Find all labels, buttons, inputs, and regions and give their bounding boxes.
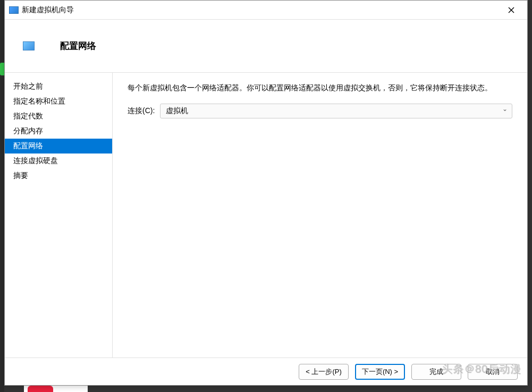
- sidebar-step-1[interactable]: 指定名称和位置: [5, 94, 112, 109]
- connection-row: 连接(C): 虚拟机: [128, 104, 512, 118]
- sidebar-step-2[interactable]: 指定代数: [5, 109, 112, 124]
- cancel-button[interactable]: 取消: [468, 364, 518, 380]
- previous-button[interactable]: < 上一步(P): [299, 364, 349, 380]
- background-red-logo: [28, 386, 53, 392]
- sidebar-step-0[interactable]: 开始之前: [5, 79, 112, 94]
- wizard-footer: < 上一步(P) 下一页(N) > 完成 取消: [5, 357, 527, 385]
- page-title: 配置网络: [60, 40, 96, 52]
- hyperv-icon: [9, 6, 19, 14]
- titlebar: 新建虚拟机向导: [5, 1, 527, 20]
- background-left-strip: [0, 0, 4, 392]
- sidebar-step-4[interactable]: 配置网络: [5, 139, 112, 154]
- close-icon: [508, 7, 514, 13]
- next-button[interactable]: 下一页(N) >: [355, 364, 405, 380]
- finish-button[interactable]: 完成: [411, 364, 461, 380]
- wizard-body: 开始之前指定名称和位置指定代数分配内存配置网络连接虚拟硬盘摘要 每个新虚拟机包含…: [5, 73, 527, 357]
- close-button[interactable]: [499, 2, 523, 18]
- wizard-header: 配置网络: [5, 20, 527, 73]
- monitor-icon: [23, 41, 35, 50]
- connection-label: 连接(C):: [128, 106, 155, 116]
- background-green-dot: [0, 63, 4, 75]
- wizard-content: 每个新虚拟机包含一个网络适配器。你可以配置网络适配器以使用虚拟交换机，否则，它将…: [113, 73, 527, 357]
- connection-value: 虚拟机: [166, 106, 188, 116]
- connection-select[interactable]: 虚拟机: [160, 104, 512, 118]
- window-title: 新建虚拟机向导: [22, 5, 499, 15]
- sidebar-step-6[interactable]: 摘要: [5, 168, 112, 183]
- wizard-dialog: 新建虚拟机向导 配置网络 开始之前指定名称和位置指定代数分配内存配置网络连接虚拟…: [4, 0, 528, 386]
- description-text: 每个新虚拟机包含一个网络适配器。你可以配置网络适配器以使用虚拟交换机，否则，它将…: [128, 82, 512, 94]
- sidebar-step-3[interactable]: 分配内存: [5, 124, 112, 139]
- wizard-steps-sidebar: 开始之前指定名称和位置指定代数分配内存配置网络连接虚拟硬盘摘要: [5, 73, 113, 357]
- sidebar-step-5[interactable]: 连接虚拟硬盘: [5, 154, 112, 168]
